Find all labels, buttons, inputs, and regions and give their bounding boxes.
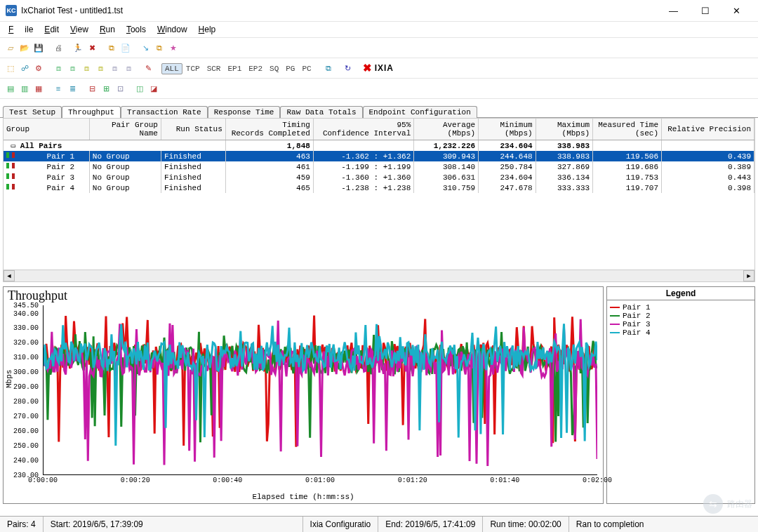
close-button[interactable]: ✕: [721, 0, 752, 21]
filter-ep1[interactable]: EP1: [224, 63, 245, 74]
title-bar: KC IxChariot Test - untitled1.tst — ☐ ✕: [0, 0, 758, 22]
tb3-icon-10[interactable]: ◪: [147, 82, 160, 95]
tb2-icon-8[interactable]: ⧈: [108, 62, 121, 74]
menu-edit[interactable]: Edit: [39, 23, 65, 36]
table-row[interactable]: Pair 4No GroupFinished465-1.238 : +1.238…: [4, 182, 754, 193]
x-tick-label: 0:01:40: [490, 477, 519, 484]
tb3-icon-3[interactable]: ▦: [32, 82, 45, 95]
filter-ep2[interactable]: EP2: [245, 63, 266, 74]
scroll-right-icon[interactable]: ►: [743, 270, 754, 281]
watermark-icon: ⇆: [703, 494, 723, 514]
filter-all[interactable]: ALL: [161, 63, 182, 74]
run-icon[interactable]: 🏃: [72, 41, 84, 54]
refresh-icon[interactable]: ↻: [342, 62, 354, 74]
tb2-icon-5[interactable]: ⧈: [66, 62, 79, 74]
watermark: ⇆ 路由器: [703, 494, 752, 514]
legend-item[interactable]: Pair 1: [610, 303, 752, 312]
tab-endpoint-configuration[interactable]: Endpoint Configuration: [363, 106, 477, 118]
tb3-icon-7[interactable]: ⊞: [100, 82, 112, 95]
tab-response-time[interactable]: Response Time: [208, 106, 281, 118]
menu-run[interactable]: Run: [94, 23, 121, 36]
tb2-icon-1[interactable]: ⬚: [4, 62, 17, 74]
col-header[interactable]: Measured Time(sec): [593, 119, 662, 140]
menu-window[interactable]: Window: [152, 23, 193, 36]
group-row-label[interactable]: ▭ All Pairs: [4, 140, 225, 152]
horizontal-scrollbar[interactable]: ◄ ►: [4, 270, 754, 281]
tb2-icon-3[interactable]: ⚙: [32, 62, 45, 74]
x-tick-label: 0:01:00: [305, 477, 335, 484]
import-icon[interactable]: ↘: [139, 41, 152, 54]
y-tick-label: 290.00: [13, 383, 39, 391]
col-header[interactable]: 95%Confidence Interval: [313, 119, 413, 140]
tb2-icon-9[interactable]: ⧈: [122, 62, 135, 74]
legend-item[interactable]: Pair 4: [610, 328, 752, 337]
tb3-icon-8[interactable]: ⊡: [114, 82, 126, 95]
status-bar: Pairs: 4 Start: 2019/6/5, 17:39:09 Ixia …: [0, 516, 758, 532]
menu-help[interactable]: Help: [193, 23, 222, 36]
save-icon[interactable]: 💾: [32, 41, 45, 54]
x-tick-label: 0:02:00: [583, 477, 612, 484]
tb2-icon-2[interactable]: ☍: [18, 62, 31, 74]
legend-item[interactable]: Pair 3: [610, 320, 752, 328]
legend-title: Legend: [607, 287, 754, 300]
maximize-button[interactable]: ☐: [689, 0, 721, 21]
tb2-icon-6[interactable]: ⧈: [80, 62, 93, 74]
tb2-icon-7[interactable]: ⧈: [94, 62, 107, 74]
col-header[interactable]: Pair Group Name: [89, 119, 161, 140]
legend-item[interactable]: Pair 2: [610, 312, 752, 320]
tab-transaction-rate[interactable]: Transaction Rate: [121, 106, 208, 118]
filter-pg[interactable]: PG: [282, 63, 298, 74]
col-header[interactable]: TimingRecords Completed: [225, 119, 313, 140]
col-header[interactable]: Minimum(Mbps): [479, 119, 536, 140]
menu-file[interactable]: File: [3, 23, 39, 36]
x-tick-label: 0:00:40: [213, 477, 242, 484]
col-header[interactable]: Group: [4, 119, 89, 140]
copy-icon[interactable]: ⧉: [153, 41, 166, 54]
x-tick-label: 0:00:20: [121, 477, 150, 484]
x-tick-label: 0:00:00: [28, 477, 58, 484]
col-header[interactable]: Run Status: [161, 119, 225, 140]
y-tick-label: 270.00: [13, 413, 39, 420]
table-row[interactable]: Pair 1No GroupFinished463-1.362 : +1.362…: [4, 151, 754, 161]
y-tick-label: 260.00: [13, 427, 39, 435]
toolbar-1: ▱ 📂 💾 🖨 🏃 ✖ ⧉ 📄 ↘ ⧉ ★: [0, 38, 758, 58]
col-header[interactable]: Average(Mbps): [414, 119, 479, 140]
menu-bar: File Edit View Run Tools Window Help: [0, 22, 758, 38]
pairs-icon[interactable]: ⧉: [105, 41, 118, 54]
print-icon[interactable]: 🖨: [52, 41, 65, 54]
table-row[interactable]: Pair 3No GroupFinished459-1.360 : +1.360…: [4, 172, 754, 182]
scroll-left-icon[interactable]: ◄: [4, 270, 15, 281]
tb2-icon-4[interactable]: ⧈: [52, 62, 65, 74]
col-header[interactable]: Maximum(Mbps): [536, 119, 593, 140]
stop-icon[interactable]: ✖: [86, 41, 98, 54]
open-icon[interactable]: 📂: [18, 41, 31, 54]
ixia-logo-text: IXIA: [375, 63, 394, 73]
status-pairs: Pairs: 4: [0, 517, 44, 532]
minimize-button[interactable]: —: [658, 0, 689, 21]
tab-test-setup[interactable]: Test Setup: [3, 106, 62, 118]
tb3-icon-2[interactable]: ▥: [18, 82, 31, 95]
menu-view[interactable]: View: [65, 23, 94, 36]
col-header[interactable]: Relative Precision: [662, 119, 754, 140]
tb3-icon-6[interactable]: ⊟: [86, 82, 98, 95]
pair-icon: [6, 152, 15, 159]
toolbar-3: ▤ ▥ ▦ ≡ ≣ ⊟ ⊞ ⊡ ◫ ◪: [0, 79, 758, 99]
filter-sq[interactable]: SQ: [266, 63, 282, 74]
filter-tcp[interactable]: TCP: [182, 63, 204, 74]
script-icon[interactable]: 📄: [119, 41, 132, 54]
tb3-icon-4[interactable]: ≡: [52, 82, 65, 95]
filter-scr[interactable]: SCR: [204, 63, 225, 74]
y-tick-label: 300.00: [13, 368, 39, 376]
chart-config-icon[interactable]: ⧉: [322, 62, 335, 74]
chart-edit-icon[interactable]: ✎: [142, 62, 154, 74]
tb3-icon-1[interactable]: ▤: [4, 82, 17, 95]
tab-raw-data-totals[interactable]: Raw Data Totals: [280, 106, 362, 118]
menu-tools[interactable]: Tools: [121, 23, 152, 36]
tb3-icon-5[interactable]: ≣: [66, 82, 79, 95]
tb3-icon-9[interactable]: ◫: [133, 82, 146, 95]
table-row[interactable]: Pair 2No GroupFinished461-1.199 : +1.199…: [4, 161, 754, 172]
tab-throughput[interactable]: Throughput: [62, 106, 121, 118]
wizard-icon[interactable]: ★: [167, 41, 180, 54]
filter-pc[interactable]: PC: [298, 63, 314, 74]
new-icon[interactable]: ▱: [4, 41, 17, 54]
